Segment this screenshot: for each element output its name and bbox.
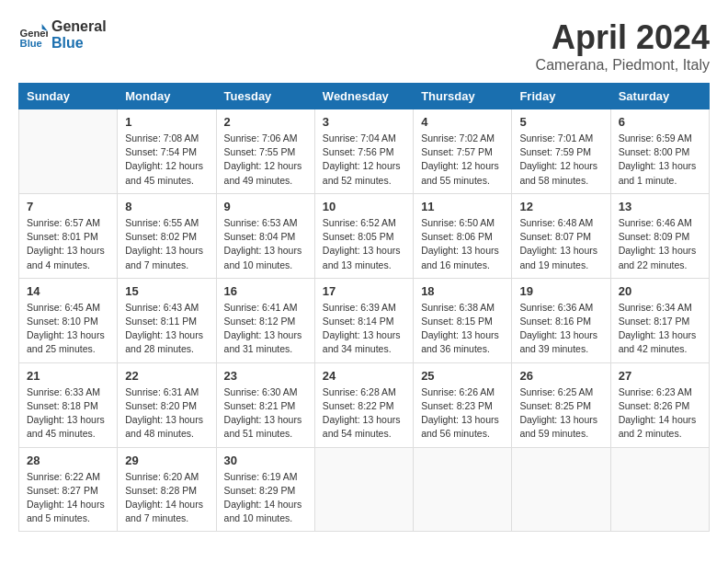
day-number: 19 xyxy=(519,284,602,298)
day-info: Sunrise: 6:38 AM Sunset: 8:15 PM Dayligh… xyxy=(421,301,504,357)
day-info: Sunrise: 6:39 AM Sunset: 8:14 PM Dayligh… xyxy=(323,301,405,357)
day-info: Sunrise: 6:50 AM Sunset: 8:06 PM Dayligh… xyxy=(421,216,504,272)
day-info: Sunrise: 6:52 AM Sunset: 8:05 PM Dayligh… xyxy=(323,216,405,272)
calendar-day-cell: 7Sunrise: 6:57 AM Sunset: 8:01 PM Daylig… xyxy=(19,193,118,278)
weekday-header: Tuesday xyxy=(216,84,314,109)
calendar-day-cell: 24Sunrise: 6:28 AM Sunset: 8:22 PM Dayli… xyxy=(314,362,413,447)
day-number: 6 xyxy=(619,115,701,129)
day-number: 17 xyxy=(323,284,405,298)
calendar-day-cell: 12Sunrise: 6:48 AM Sunset: 8:07 PM Dayli… xyxy=(512,193,610,278)
day-number: 8 xyxy=(125,200,208,213)
day-info: Sunrise: 7:04 AM Sunset: 7:56 PM Dayligh… xyxy=(323,132,405,188)
calendar-header-row: SundayMondayTuesdayWednesdayThursdayFrid… xyxy=(19,84,710,109)
day-number: 23 xyxy=(224,369,307,383)
calendar-week-row: 28Sunrise: 6:22 AM Sunset: 8:27 PM Dayli… xyxy=(19,447,710,532)
day-number: 24 xyxy=(323,369,405,383)
calendar-day-cell: 30Sunrise: 6:19 AM Sunset: 8:29 PM Dayli… xyxy=(216,447,314,532)
day-info: Sunrise: 6:28 AM Sunset: 8:22 PM Dayligh… xyxy=(323,385,405,442)
day-number: 29 xyxy=(125,454,208,467)
day-number: 2 xyxy=(224,115,307,129)
day-number: 28 xyxy=(27,454,109,467)
page-header: General Blue General Blue April 2024 Cam… xyxy=(18,18,710,74)
logo-icon: General Blue xyxy=(18,20,48,50)
calendar-day-cell: 10Sunrise: 6:52 AM Sunset: 8:05 PM Dayli… xyxy=(314,193,413,278)
day-info: Sunrise: 6:55 AM Sunset: 8:02 PM Dayligh… xyxy=(125,216,208,272)
day-number: 12 xyxy=(519,200,602,213)
weekday-header: Sunday xyxy=(19,84,118,109)
calendar-week-row: 14Sunrise: 6:45 AM Sunset: 8:10 PM Dayli… xyxy=(19,278,710,362)
weekday-header: Monday xyxy=(118,84,216,109)
calendar-day-cell: 8Sunrise: 6:55 AM Sunset: 8:02 PM Daylig… xyxy=(118,193,216,278)
location: Camerana, Piedmont, Italy xyxy=(536,57,710,74)
day-info: Sunrise: 6:46 AM Sunset: 8:09 PM Dayligh… xyxy=(619,216,701,272)
day-number: 26 xyxy=(519,369,602,383)
calendar-day-cell xyxy=(19,109,118,194)
calendar-day-cell: 2Sunrise: 7:06 AM Sunset: 7:55 PM Daylig… xyxy=(216,109,314,194)
day-info: Sunrise: 6:20 AM Sunset: 8:28 PM Dayligh… xyxy=(125,470,208,526)
day-info: Sunrise: 7:02 AM Sunset: 7:57 PM Dayligh… xyxy=(421,132,504,188)
day-number: 14 xyxy=(27,284,109,298)
weekday-header: Saturday xyxy=(610,84,709,109)
calendar-week-row: 21Sunrise: 6:33 AM Sunset: 8:18 PM Dayli… xyxy=(19,362,710,447)
day-info: Sunrise: 6:22 AM Sunset: 8:27 PM Dayligh… xyxy=(27,470,109,526)
day-number: 5 xyxy=(519,115,602,129)
day-info: Sunrise: 6:48 AM Sunset: 8:07 PM Dayligh… xyxy=(519,216,602,272)
day-number: 25 xyxy=(421,369,504,383)
calendar-day-cell: 23Sunrise: 6:30 AM Sunset: 8:21 PM Dayli… xyxy=(216,362,314,447)
day-info: Sunrise: 6:25 AM Sunset: 8:25 PM Dayligh… xyxy=(519,385,602,442)
day-info: Sunrise: 6:53 AM Sunset: 8:04 PM Dayligh… xyxy=(224,216,307,272)
weekday-header: Thursday xyxy=(414,84,512,109)
day-number: 18 xyxy=(421,284,504,298)
calendar-day-cell: 22Sunrise: 6:31 AM Sunset: 8:20 PM Dayli… xyxy=(118,362,216,447)
calendar-day-cell: 18Sunrise: 6:38 AM Sunset: 8:15 PM Dayli… xyxy=(414,278,512,362)
title-area: April 2024 Camerana, Piedmont, Italy xyxy=(536,18,710,74)
day-number: 15 xyxy=(125,284,208,298)
logo-text: General Blue xyxy=(51,18,107,51)
calendar-day-cell: 4Sunrise: 7:02 AM Sunset: 7:57 PM Daylig… xyxy=(414,109,512,194)
calendar-day-cell: 5Sunrise: 7:01 AM Sunset: 7:59 PM Daylig… xyxy=(512,109,610,194)
day-number: 27 xyxy=(619,369,701,383)
calendar-table: SundayMondayTuesdayWednesdayThursdayFrid… xyxy=(18,83,710,532)
day-info: Sunrise: 6:34 AM Sunset: 8:17 PM Dayligh… xyxy=(619,301,701,357)
calendar-day-cell: 9Sunrise: 6:53 AM Sunset: 8:04 PM Daylig… xyxy=(216,193,314,278)
logo-blue: Blue xyxy=(51,35,107,52)
day-info: Sunrise: 7:08 AM Sunset: 7:54 PM Dayligh… xyxy=(125,132,208,188)
day-info: Sunrise: 7:01 AM Sunset: 7:59 PM Dayligh… xyxy=(519,132,602,188)
calendar-day-cell: 21Sunrise: 6:33 AM Sunset: 8:18 PM Dayli… xyxy=(19,362,118,447)
calendar-day-cell xyxy=(414,447,512,532)
calendar-day-cell: 29Sunrise: 6:20 AM Sunset: 8:28 PM Dayli… xyxy=(118,447,216,532)
day-info: Sunrise: 6:59 AM Sunset: 8:00 PM Dayligh… xyxy=(619,132,701,188)
calendar-day-cell xyxy=(314,447,413,532)
day-number: 4 xyxy=(421,115,504,129)
day-number: 7 xyxy=(27,200,109,213)
calendar-day-cell: 6Sunrise: 6:59 AM Sunset: 8:00 PM Daylig… xyxy=(610,109,709,194)
logo: General Blue General Blue xyxy=(18,18,107,51)
day-info: Sunrise: 7:06 AM Sunset: 7:55 PM Dayligh… xyxy=(224,132,307,188)
calendar-day-cell: 19Sunrise: 6:36 AM Sunset: 8:16 PM Dayli… xyxy=(512,278,610,362)
calendar-day-cell: 27Sunrise: 6:23 AM Sunset: 8:26 PM Dayli… xyxy=(610,362,709,447)
day-number: 22 xyxy=(125,369,208,383)
day-number: 10 xyxy=(323,200,405,213)
calendar-week-row: 7Sunrise: 6:57 AM Sunset: 8:01 PM Daylig… xyxy=(19,193,710,278)
weekday-header: Friday xyxy=(512,84,610,109)
day-info: Sunrise: 6:30 AM Sunset: 8:21 PM Dayligh… xyxy=(224,385,307,442)
calendar-day-cell: 26Sunrise: 6:25 AM Sunset: 8:25 PM Dayli… xyxy=(512,362,610,447)
day-info: Sunrise: 6:41 AM Sunset: 8:12 PM Dayligh… xyxy=(224,301,307,357)
day-number: 21 xyxy=(27,369,109,383)
day-number: 9 xyxy=(224,200,307,213)
calendar-day-cell: 20Sunrise: 6:34 AM Sunset: 8:17 PM Dayli… xyxy=(610,278,709,362)
calendar-day-cell: 1Sunrise: 7:08 AM Sunset: 7:54 PM Daylig… xyxy=(118,109,216,194)
calendar-day-cell: 17Sunrise: 6:39 AM Sunset: 8:14 PM Dayli… xyxy=(314,278,413,362)
day-info: Sunrise: 6:19 AM Sunset: 8:29 PM Dayligh… xyxy=(224,470,307,526)
calendar-day-cell: 11Sunrise: 6:50 AM Sunset: 8:06 PM Dayli… xyxy=(414,193,512,278)
month-title: April 2024 xyxy=(536,18,710,57)
calendar-day-cell: 13Sunrise: 6:46 AM Sunset: 8:09 PM Dayli… xyxy=(610,193,709,278)
day-number: 11 xyxy=(421,200,504,213)
calendar-day-cell: 14Sunrise: 6:45 AM Sunset: 8:10 PM Dayli… xyxy=(19,278,118,362)
logo-general: General xyxy=(51,18,107,35)
calendar-day-cell: 16Sunrise: 6:41 AM Sunset: 8:12 PM Dayli… xyxy=(216,278,314,362)
calendar-day-cell xyxy=(610,447,709,532)
calendar-day-cell: 3Sunrise: 7:04 AM Sunset: 7:56 PM Daylig… xyxy=(314,109,413,194)
calendar-week-row: 1Sunrise: 7:08 AM Sunset: 7:54 PM Daylig… xyxy=(19,109,710,194)
day-info: Sunrise: 6:26 AM Sunset: 8:23 PM Dayligh… xyxy=(421,385,504,442)
